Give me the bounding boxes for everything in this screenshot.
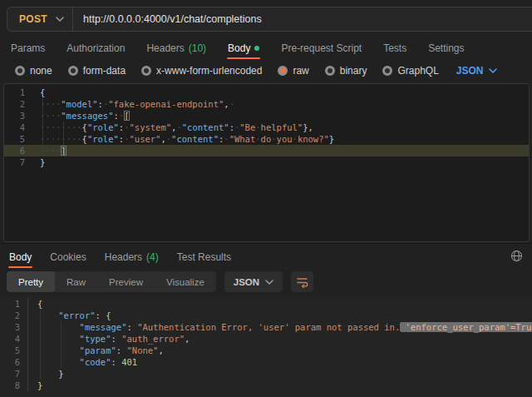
method-label: POST bbox=[19, 13, 47, 25]
code-text: { bbox=[28, 298, 42, 310]
code-text: { bbox=[32, 87, 45, 98]
tab-response-body[interactable]: Body bbox=[8, 246, 32, 268]
view-pretty[interactable]: Pretty bbox=[7, 271, 55, 292]
response-toolbar: Pretty Raw Preview Visualize JSON bbox=[7, 271, 313, 292]
radio-binary[interactable]: binary bbox=[325, 65, 367, 77]
line-number: 1 bbox=[0, 298, 28, 310]
code-line-6: 6 "code": 401 bbox=[0, 356, 532, 368]
line-number: 7 bbox=[4, 156, 32, 168]
code-text: ········{"role":·"system",·"content":·"B… bbox=[32, 122, 313, 133]
line-number: 6 bbox=[0, 356, 28, 368]
radio-raw[interactable]: raw bbox=[278, 65, 308, 77]
line-number: 5 bbox=[4, 133, 32, 145]
radio-icon bbox=[68, 66, 78, 76]
headers-count: (10) bbox=[189, 42, 206, 54]
tab-body[interactable]: Body bbox=[227, 37, 260, 59]
tab-cookies[interactable]: Cookies bbox=[49, 246, 86, 268]
code-line-6: 6····] bbox=[4, 145, 529, 156]
line-number: 1 bbox=[4, 87, 32, 98]
tab-tests[interactable]: Tests bbox=[382, 37, 407, 59]
view-visualize[interactable]: Visualize bbox=[155, 271, 216, 292]
code-line-7: 7} bbox=[4, 156, 529, 168]
body-type-row: none form-data x-www-form-urlencoded raw… bbox=[15, 59, 497, 82]
code-text: "code": 401 bbox=[28, 356, 137, 368]
url-bar: POST http://0.0.0.0:4000/v1/chat/complet… bbox=[7, 7, 532, 32]
line-number: 6 bbox=[4, 145, 32, 156]
line-number: 2 bbox=[0, 310, 28, 321]
raw-format-select[interactable]: JSON bbox=[456, 65, 497, 77]
response-view-switcher: Pretty Raw Preview Visualize bbox=[7, 271, 216, 292]
tab-params[interactable]: Params bbox=[10, 37, 46, 59]
url-input[interactable]: http://0.0.0.0:4000/v1/chat/completions bbox=[73, 13, 262, 25]
line-number: 4 bbox=[0, 333, 28, 345]
radio-icon bbox=[382, 66, 392, 76]
line-number: 4 bbox=[4, 122, 32, 133]
code-line-5: 5········{"role":·"user",·"content":·"Wh… bbox=[4, 133, 529, 145]
code-text: } bbox=[28, 368, 64, 380]
code-text: } bbox=[28, 380, 42, 391]
wrap-text-icon bbox=[296, 276, 309, 288]
radio-graphql[interactable]: GraphQL bbox=[382, 65, 438, 77]
response-tabs: Body Cookies Headers(4) Test Results bbox=[8, 246, 232, 268]
radio-x-www-form-urlencoded[interactable]: x-www-form-urlencoded bbox=[141, 65, 262, 77]
chevron-down-icon bbox=[265, 280, 273, 285]
code-line-1: 1{ bbox=[0, 298, 532, 310]
line-number: 3 bbox=[0, 321, 28, 333]
code-line-7: 7 } bbox=[0, 368, 532, 380]
code-line-4: 4········{"role":·"system",·"content":·"… bbox=[4, 122, 529, 133]
code-text: ····"model":·"fake-openai-endpoint",· bbox=[32, 98, 234, 110]
line-number: 5 bbox=[0, 345, 28, 356]
postman-request-view: POST http://0.0.0.0:4000/v1/chat/complet… bbox=[0, 0, 532, 397]
pane-divider[interactable] bbox=[0, 243, 532, 244]
code-line-8: 8} bbox=[0, 380, 532, 391]
tab-settings[interactable]: Settings bbox=[427, 37, 465, 59]
view-raw[interactable]: Raw bbox=[55, 271, 97, 292]
tab-authorization[interactable]: Authorization bbox=[66, 37, 126, 59]
line-number: 7 bbox=[0, 368, 28, 380]
response-format-select[interactable]: JSON bbox=[224, 271, 283, 292]
code-text: "param": "None", bbox=[28, 345, 164, 356]
code-line-4: 4 "type": "auth_error", bbox=[0, 333, 532, 345]
code-line-1: 1{ bbox=[4, 87, 529, 98]
code-text: ····"messages":·[ bbox=[32, 110, 130, 122]
code-text: "type": "auth_error", bbox=[28, 333, 190, 345]
radio-selected-icon bbox=[278, 66, 288, 76]
code-line-3: 3····"messages":·[ bbox=[4, 110, 529, 122]
code-line-2: 2····"model":·"fake-openai-endpoint",· bbox=[4, 98, 529, 110]
code-text: "message": "Authentication Error, 'user'… bbox=[28, 321, 532, 333]
radio-form-data[interactable]: form-data bbox=[68, 65, 126, 77]
tab-pre-request-script[interactable]: Pre-request Script bbox=[280, 37, 362, 59]
code-text: ········{"role":·"user",·"content":·"Wha… bbox=[32, 133, 334, 145]
method-selector[interactable]: POST bbox=[7, 13, 72, 25]
chevron-down-icon bbox=[56, 17, 64, 22]
view-preview[interactable]: Preview bbox=[97, 271, 155, 292]
radio-none[interactable]: none bbox=[15, 65, 52, 77]
network-globe-icon[interactable] bbox=[510, 250, 524, 263]
response-body-editor[interactable]: 1{2 "error": {3 "message": "Authenticati… bbox=[0, 295, 532, 397]
active-tab-indicator bbox=[8, 266, 32, 268]
selected-text: 'enforce_user_param'=True" bbox=[400, 322, 532, 332]
code-line-3: 3 "message": "Authentication Error, 'use… bbox=[0, 321, 532, 333]
body-has-content-dot bbox=[254, 46, 259, 51]
radio-icon bbox=[141, 66, 151, 76]
code-line-5: 5 "param": "None", bbox=[0, 345, 532, 356]
request-body-editor[interactable]: 1{2····"model":·"fake-openai-endpoint",·… bbox=[3, 83, 530, 242]
line-number: 2 bbox=[4, 98, 32, 110]
code-text: ····] bbox=[32, 145, 66, 156]
response-headers-count: (4) bbox=[146, 251, 159, 263]
line-number: 8 bbox=[0, 380, 28, 391]
code-text: "error": { bbox=[28, 310, 111, 321]
tab-headers[interactable]: Headers(10) bbox=[145, 37, 207, 59]
radio-icon bbox=[325, 66, 335, 76]
radio-icon bbox=[15, 66, 25, 76]
tab-response-headers[interactable]: Headers(4) bbox=[104, 246, 160, 268]
code-line-2: 2 "error": { bbox=[0, 310, 532, 321]
chevron-down-icon bbox=[489, 68, 497, 73]
line-number: 3 bbox=[4, 110, 32, 122]
tab-test-results[interactable]: Test Results bbox=[176, 246, 232, 268]
code-text: } bbox=[32, 156, 45, 168]
wrap-text-button[interactable] bbox=[291, 271, 313, 292]
request-tabs: Params Authorization Headers(10) Body Pr… bbox=[10, 37, 532, 59]
